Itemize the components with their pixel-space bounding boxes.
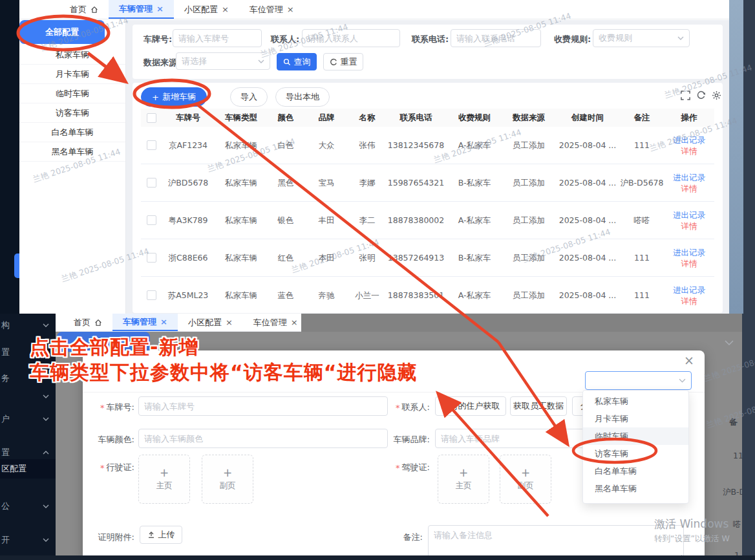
get-employee-button[interactable]: 获取员工数据 bbox=[510, 396, 567, 416]
cell-plate: 苏A5ML23 bbox=[162, 277, 215, 314]
required-mark: * bbox=[396, 403, 400, 413]
entry-exit-record-link[interactable]: 进出记录 bbox=[673, 135, 705, 145]
plate-input[interactable] bbox=[138, 396, 388, 416]
type-option-5[interactable]: 黑名单车辆 bbox=[583, 480, 688, 497]
brand-label: 车辆品牌: bbox=[357, 434, 430, 446]
entry-exit-record-link[interactable]: 进出记录 bbox=[673, 210, 705, 221]
close-icon[interactable]: × bbox=[287, 5, 294, 14]
close-icon[interactable]: × bbox=[160, 318, 167, 326]
tab-item-3[interactable]: 车位管理× bbox=[243, 314, 308, 331]
color-label-text: 车辆颜色: bbox=[98, 434, 134, 446]
sidebar-handle[interactable] bbox=[14, 253, 19, 278]
details-link[interactable]: 详情 bbox=[681, 145, 697, 156]
driver-sub-upload[interactable]: + 副页 bbox=[500, 455, 551, 504]
entry-exit-record-link[interactable]: 进出记录 bbox=[673, 172, 705, 183]
contact-filter-input[interactable] bbox=[302, 29, 400, 47]
driver-main-upload[interactable]: + 主页 bbox=[438, 455, 489, 504]
fullscreen-icon[interactable] bbox=[681, 91, 690, 100]
phone-filter-label: 联系电话: bbox=[412, 34, 449, 45]
nav-item-1[interactable]: 置 bbox=[0, 343, 56, 362]
close-icon[interactable]: × bbox=[291, 318, 298, 327]
sidebar-item-1[interactable]: 私家车辆 bbox=[19, 45, 125, 65]
select-all-checkbox[interactable] bbox=[147, 113, 156, 123]
nav-item-2[interactable]: 务 bbox=[0, 369, 56, 388]
nav-item-3[interactable] bbox=[0, 387, 56, 406]
driver-main-label: 主页 bbox=[456, 480, 472, 491]
import-button[interactable]: 导入 bbox=[230, 87, 268, 107]
fee-rule-select[interactable]: 收费规则 bbox=[593, 29, 690, 47]
plate-filter-input[interactable] bbox=[173, 29, 262, 47]
phone-filter-input[interactable] bbox=[451, 29, 541, 47]
row-checkbox[interactable] bbox=[147, 290, 156, 300]
chevron-down-icon bbox=[724, 339, 734, 346]
sidebar-item-6[interactable]: 黑名单车辆 bbox=[19, 142, 125, 162]
gear-icon[interactable] bbox=[712, 91, 721, 100]
close-icon[interactable]: × bbox=[684, 353, 694, 367]
close-icon[interactable]: × bbox=[226, 318, 233, 327]
content-area: 车牌号: 联系人: 联系电话: 收费规则: 收费规则 数据来源: 请选择 bbox=[126, 20, 729, 314]
nav-item-4[interactable]: 户 bbox=[0, 409, 56, 429]
import-label: 导入 bbox=[240, 91, 257, 103]
license-sub-upload[interactable]: + 副页 bbox=[202, 455, 253, 504]
type-option-2[interactable]: 临时车辆 bbox=[583, 427, 688, 445]
reset-button-label: 重置 bbox=[341, 56, 357, 68]
upload-button[interactable]: 上传 bbox=[140, 526, 182, 544]
table-row: 京AF1234私家车辆白色大众张伟13812345678A-私家车员工添加202… bbox=[141, 127, 714, 164]
close-icon[interactable]: × bbox=[222, 5, 229, 14]
cell-phone: 18878383501 bbox=[385, 277, 447, 314]
entry-exit-record-link[interactable]: 进出记录 bbox=[673, 285, 705, 296]
scrollbar[interactable] bbox=[729, 0, 743, 314]
tab-item-3[interactable]: 车位管理× bbox=[239, 0, 304, 19]
tab-item-2[interactable]: 小区配置× bbox=[174, 0, 239, 19]
color-input[interactable] bbox=[138, 429, 388, 448]
nav-item-6[interactable]: 区配置 bbox=[0, 459, 56, 479]
tab-item-0[interactable]: 首页 bbox=[63, 314, 112, 331]
type-option-4[interactable]: 白名单车辆 bbox=[583, 462, 688, 480]
refresh-icon[interactable] bbox=[696, 91, 706, 100]
sidebar-item-0[interactable]: 全部配置 bbox=[19, 20, 105, 44]
sidebar-item-all-config-dimmed[interactable] bbox=[57, 332, 150, 352]
cell-source: 员工添加 bbox=[502, 202, 555, 239]
nav-item-8[interactable]: 开 bbox=[0, 530, 56, 550]
row-checkbox[interactable] bbox=[147, 140, 156, 150]
row-checkbox[interactable] bbox=[147, 178, 156, 188]
search-button[interactable]: 查询 bbox=[277, 53, 317, 70]
nav-item-label: 户 bbox=[1, 413, 10, 425]
cell-source: 员工添加 bbox=[502, 164, 555, 202]
row-checkbox[interactable] bbox=[147, 253, 156, 263]
tab-item-0[interactable]: 首页 bbox=[59, 0, 109, 19]
details-link[interactable]: 详情 bbox=[681, 221, 697, 232]
cell-source: 员工添加 bbox=[502, 277, 555, 314]
tab-item-2[interactable]: 小区配置× bbox=[178, 314, 243, 331]
add-vehicle-button[interactable]: + 新增车辆 bbox=[141, 87, 207, 107]
add-vehicle-label: 新增车辆 bbox=[162, 91, 196, 103]
type-option-1[interactable]: 月卡车辆 bbox=[583, 410, 688, 427]
vehicle-type-select[interactable] bbox=[585, 371, 692, 390]
nav-item-7[interactable]: 公 bbox=[0, 497, 56, 516]
entry-exit-record-link[interactable]: 进出记录 bbox=[673, 247, 705, 258]
nav-item-0[interactable]: 构 bbox=[0, 316, 56, 335]
get-resident-button[interactable]: 现有的住户获取 bbox=[435, 396, 506, 416]
sidebar-item-2[interactable]: 月卡车辆 bbox=[19, 65, 125, 84]
sidebar-item-4[interactable]: 访客车辆 bbox=[19, 103, 125, 123]
tab-item-1[interactable]: 车辆管理× bbox=[112, 314, 178, 331]
cell-source: 员工添加 bbox=[502, 239, 555, 277]
cell-rule: A-私家车 bbox=[447, 202, 502, 239]
details-link[interactable]: 详情 bbox=[681, 183, 697, 194]
data-source-select[interactable]: 请选择 bbox=[176, 52, 270, 70]
reset-button[interactable]: 重置 bbox=[323, 53, 363, 70]
remark-textarea[interactable] bbox=[428, 525, 684, 560]
details-link[interactable]: 详情 bbox=[681, 296, 697, 307]
close-icon[interactable]: × bbox=[156, 5, 164, 13]
sidebar-item-5[interactable]: 白名单车辆 bbox=[19, 123, 125, 142]
type-option-0[interactable]: 私家车辆 bbox=[583, 393, 688, 410]
type-option-3[interactable]: 访客车辆 bbox=[583, 445, 688, 462]
tab-item-1[interactable]: 车辆管理× bbox=[109, 0, 174, 19]
sidebar-item-3[interactable]: 临时车辆 bbox=[19, 84, 125, 103]
export-button[interactable]: 导出本地 bbox=[275, 87, 330, 107]
window-edge bbox=[743, 0, 755, 314]
details-link[interactable]: 详情 bbox=[681, 258, 697, 269]
plus-icon: + bbox=[160, 468, 169, 479]
row-checkbox[interactable] bbox=[147, 215, 156, 225]
license-main-upload[interactable]: + 主页 bbox=[138, 455, 190, 504]
